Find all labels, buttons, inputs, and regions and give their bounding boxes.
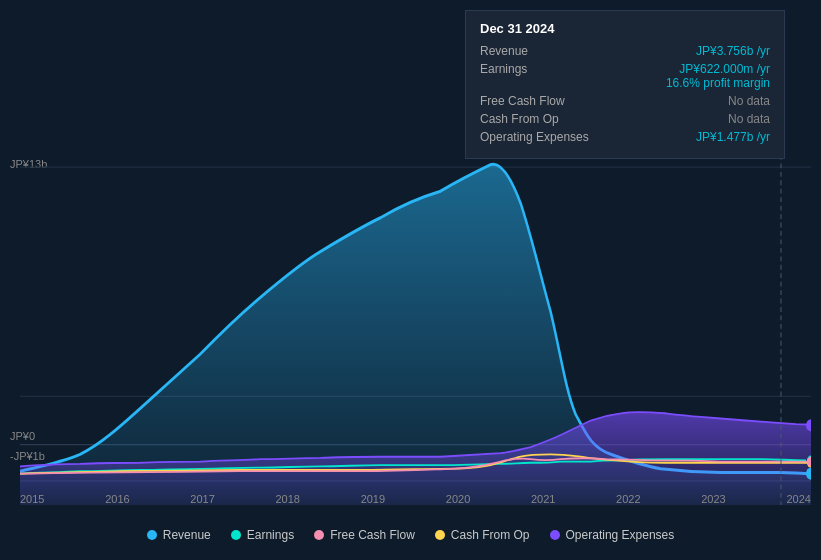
tooltip-label-revenue: Revenue <box>480 44 600 58</box>
tooltip-value-operating-expenses: JP¥1.477b /yr <box>696 130 770 144</box>
chart-svg <box>20 155 811 505</box>
legend-dot-revenue <box>147 530 157 540</box>
x-label-2016: 2016 <box>105 493 129 505</box>
legend-item-revenue[interactable]: Revenue <box>147 528 211 542</box>
x-label-2021: 2021 <box>531 493 555 505</box>
tooltip-label-operating-expenses: Operating Expenses <box>480 130 600 144</box>
x-label-2020: 2020 <box>446 493 470 505</box>
x-label-2023: 2023 <box>701 493 725 505</box>
legend-label-revenue: Revenue <box>163 528 211 542</box>
legend-dot-cash-from-op <box>435 530 445 540</box>
tooltip-value-revenue: JP¥3.756b /yr <box>696 44 770 58</box>
tooltip-value-cash-from-op: No data <box>728 112 770 126</box>
tooltip-label-cash-from-op: Cash From Op <box>480 112 600 126</box>
legend-item-earnings[interactable]: Earnings <box>231 528 294 542</box>
legend-dot-free-cash-flow <box>314 530 324 540</box>
x-label-2019: 2019 <box>361 493 385 505</box>
tooltip-profit-margin: 16.6% profit margin <box>666 76 770 90</box>
legend-item-free-cash-flow[interactable]: Free Cash Flow <box>314 528 415 542</box>
legend-label-operating-expenses: Operating Expenses <box>566 528 675 542</box>
legend-label-earnings: Earnings <box>247 528 294 542</box>
legend-item-operating-expenses[interactable]: Operating Expenses <box>550 528 675 542</box>
tooltip-row-revenue: Revenue JP¥3.756b /yr <box>480 44 770 58</box>
x-label-2015: 2015 <box>20 493 44 505</box>
tooltip-value-earnings: JP¥622.000m /yr <box>666 62 770 76</box>
legend-dot-operating-expenses <box>550 530 560 540</box>
tooltip-panel: Dec 31 2024 Revenue JP¥3.756b /yr Earnin… <box>465 10 785 159</box>
tooltip-row-cash-from-op: Cash From Op No data <box>480 112 770 126</box>
legend-dot-earnings <box>231 530 241 540</box>
chart-legend: Revenue Earnings Free Cash Flow Cash Fro… <box>0 528 821 542</box>
legend-label-cash-from-op: Cash From Op <box>451 528 530 542</box>
chart-container: Dec 31 2024 Revenue JP¥3.756b /yr Earnin… <box>0 0 821 560</box>
tooltip-label-earnings: Earnings <box>480 62 600 76</box>
x-axis: 2015 2016 2017 2018 2019 2020 2021 2022 … <box>20 493 811 505</box>
tooltip-value-free-cash-flow: No data <box>728 94 770 108</box>
tooltip-label-free-cash-flow: Free Cash Flow <box>480 94 600 108</box>
legend-label-free-cash-flow: Free Cash Flow <box>330 528 415 542</box>
x-label-2024: 2024 <box>786 493 810 505</box>
tooltip-date: Dec 31 2024 <box>480 21 770 36</box>
legend-item-cash-from-op[interactable]: Cash From Op <box>435 528 530 542</box>
x-label-2018: 2018 <box>275 493 299 505</box>
x-label-2017: 2017 <box>190 493 214 505</box>
tooltip-row-earnings: Earnings JP¥622.000m /yr 16.6% profit ma… <box>480 62 770 90</box>
chart-area <box>20 155 811 505</box>
x-label-2022: 2022 <box>616 493 640 505</box>
tooltip-row-free-cash-flow: Free Cash Flow No data <box>480 94 770 108</box>
tooltip-row-operating-expenses: Operating Expenses JP¥1.477b /yr <box>480 130 770 144</box>
